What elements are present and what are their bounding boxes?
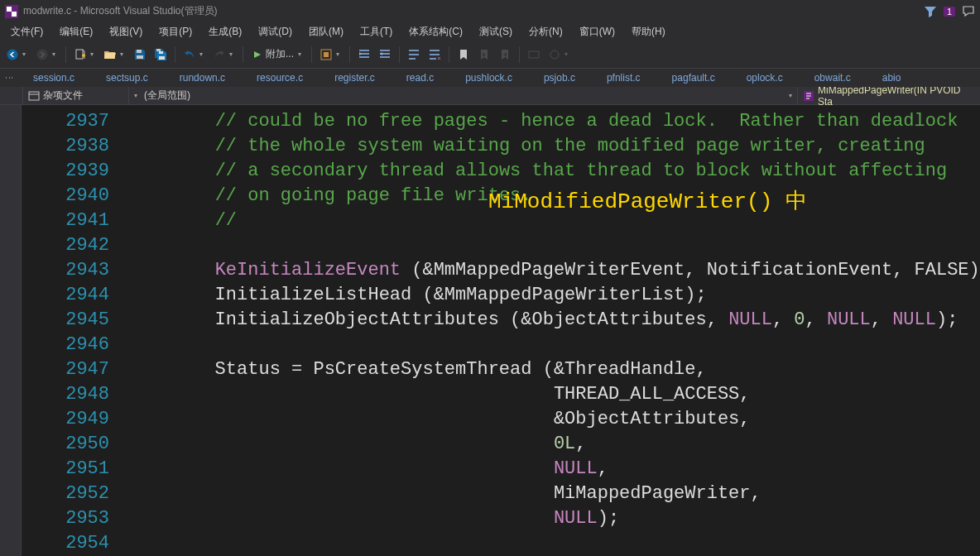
nav-function-label: MiMappedPageWriter(IN PVOID Sta bbox=[818, 84, 975, 108]
nav-grip[interactable] bbox=[0, 87, 23, 104]
code-line[interactable]: NULL); bbox=[127, 506, 980, 531]
toolbar-separator bbox=[399, 46, 400, 63]
chevron-down-icon[interactable]: ▾ bbox=[52, 50, 59, 58]
menu-item[interactable]: 工具(T) bbox=[353, 23, 400, 41]
line-number: 2944 bbox=[22, 283, 109, 308]
menu-item[interactable]: 项目(P) bbox=[151, 23, 199, 41]
side-grip-icon[interactable]: ⋮ bbox=[0, 69, 18, 87]
chevron-down-icon[interactable]: ▾ bbox=[22, 50, 29, 58]
save-all-button[interactable] bbox=[151, 46, 170, 64]
nav-forward-button bbox=[33, 46, 51, 64]
file-tab[interactable]: abio bbox=[872, 69, 923, 87]
vs-logo-icon bbox=[5, 5, 18, 18]
comment-icon[interactable] bbox=[405, 46, 423, 64]
toolbar-separator bbox=[311, 46, 312, 63]
bookmark-icon[interactable] bbox=[454, 46, 473, 64]
toolbar-separator bbox=[349, 46, 350, 63]
menu-item[interactable]: 团队(M) bbox=[301, 23, 351, 41]
menu-item[interactable]: 体系结构(C) bbox=[401, 23, 470, 41]
code-line[interactable]: InitializeObjectAttributes (&ObjectAttri… bbox=[127, 308, 980, 333]
menu-item[interactable]: 窗口(W) bbox=[572, 23, 622, 41]
file-tab[interactable]: register.c bbox=[324, 69, 396, 87]
line-number: 2941 bbox=[22, 208, 109, 233]
code-line[interactable] bbox=[127, 333, 980, 357]
svg-rect-10 bbox=[529, 51, 539, 58]
code-line[interactable]: InitializeListHead (&MmMappedPageWriterL… bbox=[127, 283, 980, 308]
main-toolbar: ▾ ▾ ▾ ▾ ▾ ▾ 附加... ▾ ▾ ▾ bbox=[0, 41, 980, 69]
svg-point-11 bbox=[550, 50, 559, 59]
file-tab[interactable]: obwait.c bbox=[805, 69, 872, 87]
code-line[interactable]: Status = PsCreateSystemThread (&ThreadHa… bbox=[127, 357, 980, 382]
file-tab[interactable]: resource.c bbox=[247, 69, 324, 87]
misc-icon bbox=[545, 46, 564, 64]
editor: 2937293829392940294129422943294429452946… bbox=[0, 105, 980, 556]
code-line[interactable]: // could be no free pages - hence a dead… bbox=[127, 109, 980, 134]
line-number: 2951 bbox=[22, 457, 109, 482]
file-tab[interactable]: psjob.c bbox=[534, 69, 597, 87]
indent-icon[interactable] bbox=[355, 46, 373, 64]
menu-item[interactable]: 分析(N) bbox=[521, 23, 570, 41]
svg-rect-7 bbox=[159, 56, 165, 60]
chevron-down-icon[interactable]: ▾ bbox=[199, 50, 206, 58]
menu-item[interactable]: 视图(V) bbox=[102, 23, 150, 41]
line-number: 2939 bbox=[22, 159, 109, 184]
uncomment-icon[interactable] bbox=[425, 46, 444, 64]
code-line[interactable]: MiMappedPageWriter, bbox=[127, 482, 980, 506]
menu-item[interactable]: 生成(B) bbox=[201, 23, 249, 41]
new-file-button[interactable] bbox=[71, 46, 89, 64]
function-icon bbox=[803, 90, 814, 102]
editor-code-area[interactable]: MiModifiedPageWriter() 中 // could be no … bbox=[127, 105, 980, 556]
code-line[interactable]: KeInitializeEvent (&MmMappedPageWriterEv… bbox=[127, 258, 980, 283]
menu-item[interactable]: 帮助(H) bbox=[624, 23, 673, 41]
nav-middle-dropdown[interactable]: ▾ (全局范围) ▾ bbox=[129, 87, 798, 104]
code-line[interactable]: NULL, bbox=[127, 457, 980, 482]
nav-scope-dropdown[interactable]: 杂项文件 bbox=[23, 87, 129, 104]
menu-item[interactable]: 文件(F) bbox=[3, 23, 50, 41]
nav-back-button[interactable] bbox=[3, 46, 22, 64]
file-tab[interactable]: rundown.c bbox=[170, 69, 247, 87]
menu-item[interactable]: 测试(S) bbox=[472, 23, 520, 41]
file-tab[interactable]: pfnlist.c bbox=[597, 69, 662, 87]
chevron-down-icon[interactable]: ▾ bbox=[120, 50, 127, 58]
scope-icon bbox=[28, 90, 40, 102]
notification-badge[interactable]: 1 bbox=[944, 7, 955, 17]
code-line[interactable]: // a secondary thread allows that thread… bbox=[127, 159, 980, 184]
toolbar-separator bbox=[449, 46, 449, 63]
chevron-down-icon[interactable]: ▾ bbox=[336, 50, 343, 58]
code-line[interactable] bbox=[127, 233, 980, 258]
code-line[interactable]: // the whole system waiting on the modif… bbox=[127, 134, 980, 159]
code-line[interactable]: THREAD_ALL_ACCESS, bbox=[127, 382, 980, 407]
file-tab[interactable]: session.c bbox=[23, 69, 96, 87]
chevron-down-icon[interactable]: ▾ bbox=[229, 50, 236, 58]
save-button[interactable] bbox=[131, 46, 149, 64]
file-tab[interactable]: oplock.c bbox=[737, 69, 805, 87]
svg-rect-6 bbox=[159, 51, 163, 54]
code-line[interactable]: 0L, bbox=[127, 432, 980, 457]
undo-button[interactable] bbox=[180, 46, 199, 64]
bookmark-next-icon bbox=[496, 46, 514, 64]
editor-gutter: 2937293829392940294129422943294429452946… bbox=[22, 105, 127, 556]
nav-function-dropdown[interactable]: MiMappedPageWriter(IN PVOID Sta bbox=[798, 87, 980, 104]
menu-item[interactable]: 编辑(E) bbox=[52, 23, 100, 41]
line-number: 2948 bbox=[22, 382, 109, 407]
nav-bar: 杂项文件 ▾ (全局范围) ▾ MiMappedPageWriter(IN PV… bbox=[0, 87, 980, 105]
code-line[interactable] bbox=[127, 531, 980, 556]
file-tab[interactable]: pagfault.c bbox=[662, 69, 737, 87]
menu-item[interactable]: 调试(D) bbox=[251, 23, 300, 41]
start-attach-button[interactable]: 附加... ▾ bbox=[248, 46, 306, 64]
open-file-button[interactable] bbox=[101, 46, 119, 64]
filter-icon[interactable] bbox=[924, 5, 937, 18]
code-line[interactable]: &ObjectAttributes, bbox=[127, 407, 980, 432]
feedback-icon[interactable] bbox=[962, 5, 975, 18]
file-tab[interactable]: read.c bbox=[396, 69, 455, 87]
chevron-down-icon: ▾ bbox=[789, 92, 792, 99]
file-tab[interactable]: sectsup.c bbox=[96, 69, 170, 87]
file-tab[interactable]: pushlock.c bbox=[455, 69, 534, 87]
outdent-icon[interactable] bbox=[376, 46, 394, 64]
chevron-down-icon[interactable]: ▾ bbox=[90, 50, 97, 58]
nav-scope-label: 杂项文件 bbox=[43, 89, 83, 103]
toolbar-separator bbox=[175, 46, 175, 63]
tool-icon[interactable] bbox=[317, 46, 335, 64]
line-number: 2940 bbox=[22, 184, 109, 208]
svg-point-1 bbox=[37, 49, 48, 60]
